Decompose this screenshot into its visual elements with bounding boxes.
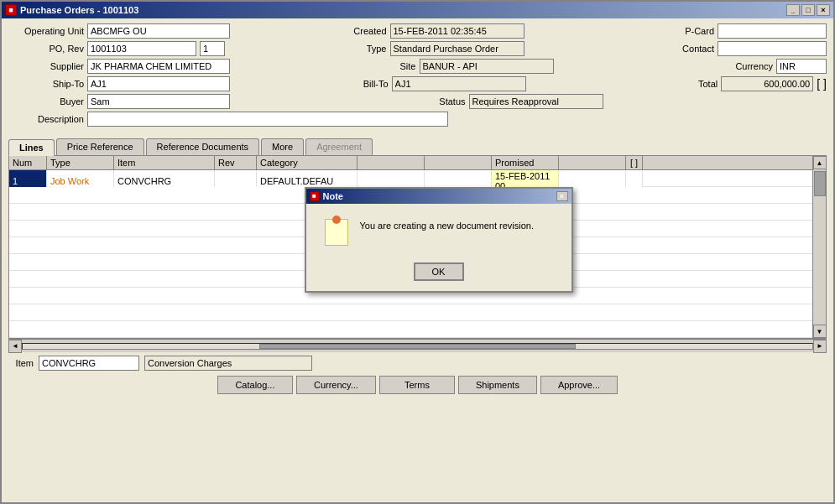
modal-close-button[interactable]: ×: [556, 191, 568, 201]
modal-overlay: ■ Note × You are creating a new document…: [2, 2, 833, 502]
modal-ok-button[interactable]: OK: [414, 262, 464, 281]
main-window: ■ Purchase Orders - 1001103 _ □ × Operat…: [0, 0, 835, 504]
modal-title-text: Note: [323, 191, 343, 201]
note-pin: [332, 216, 341, 224]
modal-body: You are creating a new document revision…: [306, 204, 571, 257]
modal-message: You are creating a new document revision…: [360, 217, 535, 231]
modal-dialog: ■ Note × You are creating a new document…: [305, 187, 573, 293]
modal-title-bar: ■ Note ×: [306, 189, 571, 204]
note-icon: [323, 217, 350, 244]
modal-footer: OK: [306, 257, 571, 291]
modal-icon: ■: [310, 191, 320, 201]
